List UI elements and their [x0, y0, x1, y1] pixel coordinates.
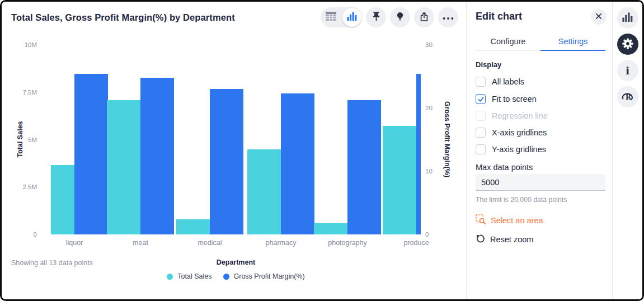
- chart-header: Total Sales, Gross Profit Margin(%) by D…: [2, 2, 466, 33]
- axis-tick: 30: [425, 41, 433, 48]
- chart-legend: Total Sales Gross Profit Margin(%): [51, 272, 421, 280]
- legend-dot: [167, 274, 173, 280]
- checkbox-regression-line: [476, 111, 486, 121]
- checkbox-label: Regression line: [492, 111, 548, 120]
- x-category-label: pharmacy: [266, 239, 297, 247]
- chart-title: Total Sales, Gross Profit Margin(%) by D…: [11, 12, 235, 23]
- close-panel-button[interactable]: [591, 9, 607, 25]
- bar-gross-profit-margin-meat[interactable]: [140, 78, 174, 234]
- more-options-button[interactable]: [438, 7, 458, 27]
- x-category-label: liquor: [66, 239, 83, 247]
- right-axis-ticks: 30 20 10 0: [425, 45, 442, 234]
- select-area-icon: [476, 214, 486, 227]
- plot-area[interactable]: [51, 45, 421, 234]
- rail-r-button[interactable]: R: [617, 86, 638, 107]
- bar-chart-icon: [622, 12, 633, 23]
- rail-settings-button[interactable]: [617, 34, 638, 55]
- legend-dot: [223, 274, 229, 280]
- checkbox-label: X-axis gridlines: [492, 128, 547, 137]
- rail-info-button[interactable]: i: [617, 60, 638, 81]
- bar-gross-profit-margin-photography[interactable]: [347, 100, 381, 234]
- display-checkbox-row[interactable]: X-axis gridlines: [476, 126, 547, 139]
- x-category-label: produce: [403, 239, 429, 247]
- share-icon: [419, 11, 430, 24]
- reset-zoom-label: Reset zoom: [490, 235, 533, 244]
- bar-chart-view-icon: [347, 12, 357, 23]
- bar-total-sales-produce[interactable]: [383, 126, 416, 234]
- display-checkbox-row[interactable]: All labels: [476, 76, 524, 88]
- checkbox-label: Fit to screen: [492, 95, 537, 104]
- pin-icon: [370, 11, 382, 24]
- bar-total-sales-photography[interactable]: [314, 223, 347, 234]
- max-data-points-input[interactable]: [476, 174, 605, 191]
- view-toggle: [321, 7, 362, 27]
- bar-total-sales-meat[interactable]: [107, 100, 140, 234]
- max-data-points-helper: The limit is 20,000 data points: [476, 196, 567, 204]
- checkbox-label: All labels: [492, 77, 524, 86]
- checkbox-y-axis-gridlines[interactable]: [476, 144, 486, 154]
- chart-view-button[interactable]: [342, 8, 361, 27]
- display-checkbox-row[interactable]: Fit to screen: [476, 93, 537, 105]
- panel-title: Edit chart: [476, 11, 522, 22]
- select-area-label: Select an area: [491, 216, 543, 225]
- bar-gross-profit-margin-produce[interactable]: [416, 74, 421, 234]
- close-icon: [595, 13, 602, 21]
- bar-gross-profit-margin-pharmacy[interactable]: [281, 93, 314, 234]
- checkbox-label: Y-axis gridlines: [492, 145, 546, 154]
- x-category-label: meat: [133, 239, 148, 247]
- axis-tick: 2.5M: [22, 184, 37, 190]
- reset-zoom-button[interactable]: Reset zoom: [476, 233, 533, 246]
- checkbox-x-axis-gridlines[interactable]: [476, 128, 486, 138]
- axis-tick: 10: [425, 168, 433, 175]
- svg-text:R: R: [626, 93, 632, 101]
- reset-zoom-icon: [476, 234, 485, 246]
- more-options-icon: [442, 13, 454, 22]
- legend-label: Total Sales: [177, 272, 211, 280]
- x-category-label: photography: [328, 239, 367, 247]
- chart-toolbar: [321, 7, 458, 27]
- pin-button[interactable]: [366, 7, 386, 27]
- bar-total-sales-liquor[interactable]: [51, 165, 74, 234]
- tab-configure[interactable]: Configure: [476, 35, 540, 50]
- lightbulb-icon: [394, 11, 406, 24]
- insights-button[interactable]: [390, 7, 410, 27]
- x-axis-title: Department: [51, 258, 421, 266]
- right-icon-rail: i R: [612, 2, 642, 299]
- settings-gear-icon: [622, 37, 634, 51]
- rail-chart-button[interactable]: [617, 7, 638, 29]
- share-button[interactable]: [414, 7, 434, 27]
- legend-label: Gross Profit Margin(%): [234, 272, 305, 280]
- legend-item-gross-profit-margin[interactable]: Gross Profit Margin(%): [223, 272, 305, 280]
- axis-tick: 7.5M: [22, 89, 37, 96]
- bar-gross-profit-margin-medical[interactable]: [210, 89, 243, 234]
- select-area-button[interactable]: Select an area: [476, 214, 543, 227]
- axis-tick: 20: [425, 105, 433, 111]
- bar-total-sales-pharmacy[interactable]: [247, 149, 281, 234]
- display-checkbox-row[interactable]: Y-axis gridlines: [476, 143, 546, 156]
- left-axis-title: Total Sales: [16, 121, 24, 157]
- x-category-label: medical: [198, 239, 222, 247]
- x-category-labels: liquormeatmedicalpharmacyphotographyprod…: [51, 239, 421, 248]
- legend-item-total-sales[interactable]: Total Sales: [167, 272, 211, 280]
- checkbox-all-labels[interactable]: [476, 77, 486, 87]
- axis-tick: 10M: [25, 41, 37, 48]
- info-icon: i: [626, 65, 629, 76]
- axis-tick: 0: [425, 231, 429, 238]
- table-view-button[interactable]: [321, 7, 341, 27]
- display-section-heading: Display: [476, 60, 501, 69]
- edit-chart-panel: Edit chart Configure Settings Display Al…: [467, 2, 612, 299]
- tab-settings[interactable]: Settings: [540, 35, 605, 51]
- checkbox-fit-to-screen[interactable]: [476, 94, 486, 104]
- app-window: Total Sales, Gross Profit Margin(%) by D…: [0, 0, 644, 301]
- max-data-points-label: Max data points: [476, 163, 533, 172]
- r-logo-icon: R: [621, 91, 634, 104]
- right-axis-title: Gross Profit Margin(%): [443, 101, 451, 177]
- bar-total-sales-medical[interactable]: [176, 219, 210, 234]
- chart-section: Total Sales, Gross Profit Margin(%) by D…: [2, 2, 466, 299]
- table-view-icon: [326, 12, 336, 23]
- axis-tick: 5M: [28, 137, 37, 143]
- bar-gross-profit-margin-liquor[interactable]: [74, 74, 108, 234]
- display-checkbox-row: Regression line: [476, 110, 548, 122]
- axis-tick: 0: [34, 231, 37, 238]
- panel-tabs: Configure Settings: [476, 35, 605, 51]
